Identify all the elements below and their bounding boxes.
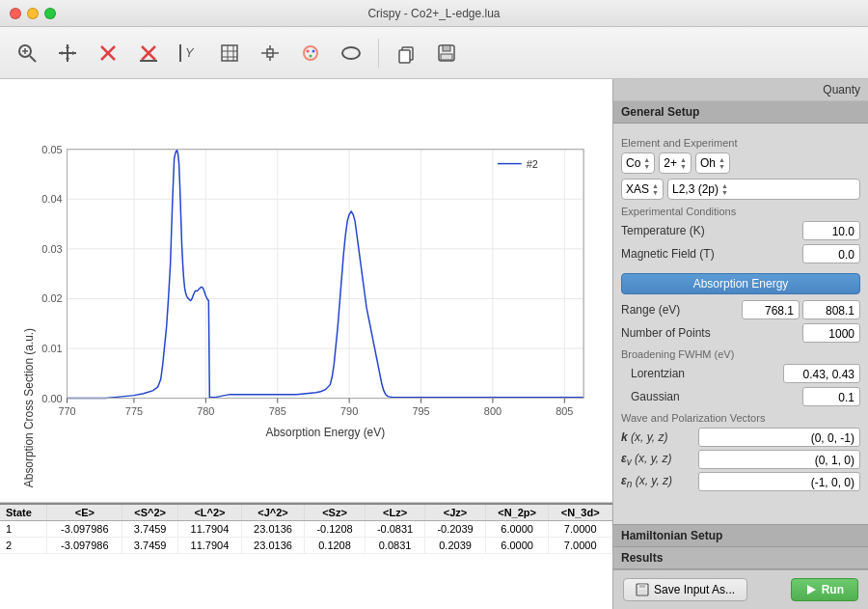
x-axis-icon[interactable] xyxy=(131,36,166,70)
col-s2: <S^2> xyxy=(122,505,178,521)
table-cell: -3.097986 xyxy=(47,521,122,538)
ev-vector-row: εv (x, y, z) (0, 1, 0) xyxy=(621,450,860,469)
col-n2p: <N_2p> xyxy=(485,505,549,521)
svg-point-26 xyxy=(304,46,317,60)
lorentzian-value[interactable]: 0.43, 0.43 xyxy=(783,364,860,383)
table-cell: 0.2039 xyxy=(425,538,486,554)
charge-value: 2+ xyxy=(664,156,677,170)
en-label: εn (x, y, z) xyxy=(621,474,698,489)
chart-area: 0.00 0.01 0.02 0.03 0.04 0.05 770 775 78… xyxy=(0,79,612,503)
svg-text:0.05: 0.05 xyxy=(41,144,62,155)
broadening-label: Broadening FWHM (eV) xyxy=(621,348,860,360)
svg-rect-35 xyxy=(441,54,452,60)
minimize-button[interactable] xyxy=(27,8,39,19)
absorption-energy-button[interactable]: Absorption Energy xyxy=(621,273,860,294)
table-cell: 2 xyxy=(0,538,47,554)
save-toolbar-icon[interactable] xyxy=(429,36,464,70)
svg-text:0.01: 0.01 xyxy=(41,343,62,354)
element-value: Co xyxy=(626,156,640,170)
experiment-row: XAS ▲▼ L2,3 (2p) ▲▼ xyxy=(621,179,860,200)
table-cell: 3.7459 xyxy=(122,538,178,554)
experiment-value: XAS xyxy=(626,182,649,196)
svg-text:0.04: 0.04 xyxy=(41,193,62,205)
k-value[interactable]: (0, 0, -1) xyxy=(698,428,860,447)
save-input-button[interactable]: Save Input As... xyxy=(623,578,747,601)
copy-icon[interactable] xyxy=(389,36,423,70)
svg-point-30 xyxy=(342,47,360,59)
bottom-bar: Save Input As... Run xyxy=(613,569,868,609)
window-controls[interactable] xyxy=(10,8,56,19)
close-button[interactable] xyxy=(10,8,21,19)
maximize-button[interactable] xyxy=(44,8,56,19)
quanty-title: Quanty xyxy=(613,79,868,101)
ellipse-icon[interactable] xyxy=(334,36,368,70)
table-cell: 0.1208 xyxy=(305,538,366,554)
zoom-icon[interactable] xyxy=(10,36,44,70)
table-cell: -0.0831 xyxy=(365,521,425,538)
svg-rect-17 xyxy=(222,45,237,61)
range-min-value[interactable]: 768.1 xyxy=(742,300,800,319)
svg-text:805: 805 xyxy=(556,405,573,417)
col-l2: <L^2> xyxy=(178,505,242,521)
svg-text:0.02: 0.02 xyxy=(41,292,62,304)
results-header: Results xyxy=(613,547,868,569)
svg-text:0.00: 0.00 xyxy=(41,393,62,404)
temperature-value[interactable]: 10.0 xyxy=(802,221,860,240)
gaussian-row: Gaussian 0.1 xyxy=(621,387,860,406)
table-cell: -3.097986 xyxy=(47,538,122,554)
table-row: 2-3.0979863.745911.790423.01360.12080.08… xyxy=(0,538,612,554)
range-max-value[interactable]: 808.1 xyxy=(802,300,860,319)
svg-text:800: 800 xyxy=(484,405,502,417)
symmetry-arrows: ▲▼ xyxy=(719,156,725,170)
element-experiment-label: Element and Experiment xyxy=(621,137,860,149)
svg-text:#2: #2 xyxy=(527,158,538,170)
data-table: State <E> <S^2> <L^2> <J^2> <Sz> <Lz> <J… xyxy=(0,505,612,554)
snap-icon[interactable] xyxy=(253,36,287,70)
svg-rect-32 xyxy=(399,50,410,63)
svg-marker-78 xyxy=(807,585,816,595)
element-select[interactable]: Co ▲▼ xyxy=(621,152,655,174)
ev-label: εv (x, y, z) xyxy=(621,452,698,467)
ev-value[interactable]: (0, 1, 0) xyxy=(698,450,860,469)
svg-text:Absorption Cross Section (a.u.: Absorption Cross Section (a.u.) xyxy=(22,328,36,487)
toolbar: Y xyxy=(0,27,868,79)
charge-arrows: ▲▼ xyxy=(680,156,687,170)
x-cursor-icon[interactable] xyxy=(91,36,125,70)
palette-icon[interactable] xyxy=(293,36,328,70)
experiment-select[interactable]: XAS ▲▼ xyxy=(621,179,664,200)
experimental-conditions-label: Experimental Conditions xyxy=(621,206,860,217)
col-sz: <Sz> xyxy=(305,505,366,521)
num-points-value[interactable]: 1000 xyxy=(802,323,860,343)
col-n3d: <N_3d> xyxy=(549,505,612,521)
svg-marker-9 xyxy=(72,51,76,55)
table-cell: 7.0000 xyxy=(549,521,612,538)
svg-text:770: 770 xyxy=(58,405,75,417)
lorentzian-label: Lorentzian xyxy=(621,367,783,380)
col-lz: <Lz> xyxy=(365,505,425,521)
move-icon[interactable] xyxy=(50,36,85,70)
symmetry-select[interactable]: Oh ▲▼ xyxy=(695,152,730,174)
table-cell: 0.0831 xyxy=(365,538,425,554)
svg-text:0.03: 0.03 xyxy=(41,243,62,255)
grid-icon[interactable] xyxy=(212,36,247,70)
run-button[interactable]: Run xyxy=(791,578,858,601)
en-value[interactable]: (-1, 0, 0) xyxy=(698,472,860,491)
gaussian-value[interactable]: 0.1 xyxy=(802,387,860,406)
num-points-row: Number of Points 1000 xyxy=(621,323,860,343)
svg-rect-36 xyxy=(68,150,584,399)
y-axis-icon[interactable]: Y xyxy=(172,36,206,70)
col-j2: <J^2> xyxy=(241,505,305,521)
charge-select[interactable]: 2+ ▲▼ xyxy=(659,152,692,174)
window-title: Crispy - Co2+_L-edge.lua xyxy=(367,7,500,20)
edge-select[interactable]: L2,3 (2p) ▲▼ xyxy=(667,179,860,200)
right-panel: Quanty General Setup Element and Experim… xyxy=(612,79,868,609)
svg-line-1 xyxy=(30,56,36,62)
table-cell: 6.0000 xyxy=(485,538,549,554)
en-vector-row: εn (x, y, z) (-1, 0, 0) xyxy=(621,472,860,491)
magnetic-field-value[interactable]: 0.0 xyxy=(802,244,860,263)
titlebar: Crispy - Co2+_L-edge.lua xyxy=(0,0,868,27)
save-input-label: Save Input As... xyxy=(654,583,735,596)
svg-text:Y: Y xyxy=(185,45,195,60)
general-setup-content: Element and Experiment Co ▲▼ 2+ ▲▼ Oh ▲▼… xyxy=(613,124,868,524)
element-arrows: ▲▼ xyxy=(643,156,650,170)
